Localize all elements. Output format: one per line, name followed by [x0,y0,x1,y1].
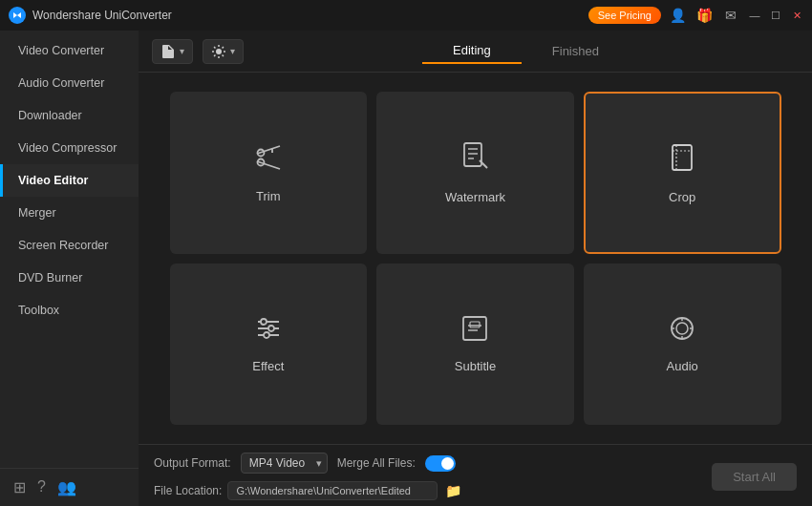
svg-point-15 [261,319,267,325]
sidebar: Video Converter Audio Converter Download… [0,31,139,506]
merge-all-files-label: Merge All Files: [337,456,416,470]
top-toolbar: ▾ ▾ Editing Finished [139,31,812,73]
file-location-path: G:\Wondershare\UniConverter\Edited [227,481,438,500]
svg-point-1 [216,49,222,54]
file-location-row: File Location: G:\Wondershare\UniConvert… [154,481,463,500]
main-layout: Video Converter Audio Converter Download… [0,31,812,506]
crop-icon [668,141,696,180]
output-format-label: Output Format: [154,456,231,470]
trim-icon [253,142,284,179]
svg-point-25 [676,323,688,334]
sidebar-item-video-converter[interactable]: Video Converter [0,34,139,67]
svg-rect-7 [464,143,481,166]
sidebar-item-screen-recorder[interactable]: Screen Recorder [0,229,139,262]
users-icon[interactable]: 👥 [57,478,76,496]
bottom-main-row: Output Format: MP4 Video Merge All Files… [154,453,797,500]
settings-chevron: ▾ [230,46,235,56]
sidebar-footer: ⊞ ? 👥 [0,468,139,506]
trim-label: Trim [256,189,281,203]
sidebar-item-dvd-burner[interactable]: DVD Burner [0,262,139,294]
svg-point-24 [672,318,693,339]
sidebar-item-video-compressor[interactable]: Video Compressor [0,132,139,164]
app-logo [8,6,27,25]
start-all-button[interactable]: Start All [712,463,797,491]
browse-folder-button[interactable]: 📁 [443,481,463,500]
sidebar-item-toolbox[interactable]: Toolbox [0,294,139,327]
see-pricing-button[interactable]: See Pricing [588,7,661,24]
title-bar: Wondershare UniConverter See Pricing 👤 🎁… [0,0,812,31]
minimize-button[interactable]: — [747,8,762,23]
merge-all-files-toggle[interactable] [425,455,456,472]
effect-label: Effect [252,359,284,373]
user-icon[interactable]: 👤 [667,5,688,26]
help-icon[interactable]: ? [37,478,46,496]
grid-icon[interactable]: ⊞ [13,478,26,496]
file-location-label: File Location: [154,484,222,497]
output-format-select[interactable]: MP4 Video [241,453,328,474]
watermark-icon [460,141,489,180]
tab-finished[interactable]: Finished [522,39,630,63]
audio-icon [668,314,696,349]
close-button[interactable]: ✕ [789,8,804,23]
tab-strip: Editing Finished [253,38,799,64]
svg-rect-11 [673,145,692,170]
add-files-button[interactable]: ▾ [152,39,193,64]
svg-point-17 [268,326,274,331]
editor-grid: Trim Watermark [151,73,801,444]
audio-card[interactable]: Audio [584,264,781,426]
subtitle-label: Subtitle [455,359,496,373]
tab-editing[interactable]: Editing [422,38,522,64]
output-format-row: Output Format: MP4 Video Merge All Files… [154,453,463,474]
app-title: Wondershare UniConverter [32,9,588,22]
bottom-left: Output Format: MP4 Video Merge All Files… [154,453,463,500]
mail-icon[interactable]: ✉ [720,5,741,26]
sidebar-item-audio-converter[interactable]: Audio Converter [0,67,139,99]
output-format-select-wrap[interactable]: MP4 Video [241,453,328,474]
sidebar-item-video-editor[interactable]: Video Editor [0,164,139,197]
trim-card[interactable]: Trim [170,92,368,254]
settings-icon [211,44,226,59]
gift-icon[interactable]: 🎁 [694,5,715,26]
svg-rect-23 [470,322,480,327]
subtitle-icon [460,314,489,349]
sidebar-item-merger[interactable]: Merger [0,197,139,229]
add-file-icon [160,44,176,59]
watermark-label: Watermark [445,190,505,204]
settings-button[interactable]: ▾ [203,39,244,64]
title-bar-controls: See Pricing 👤 🎁 ✉ — ☐ ✕ [588,5,804,26]
subtitle-card[interactable]: Subtitle [376,264,574,426]
add-files-chevron: ▾ [180,46,184,56]
svg-point-19 [264,332,269,338]
content-area: ▾ ▾ Editing Finished [139,31,812,506]
effect-card[interactable]: Effect [170,264,368,426]
svg-rect-20 [463,317,486,340]
watermark-card[interactable]: Watermark [376,92,574,254]
bottom-bar: Output Format: MP4 Video Merge All Files… [139,444,812,506]
audio-label: Audio [667,359,698,373]
maximize-button[interactable]: ☐ [768,8,783,23]
effect-icon [254,314,283,349]
crop-card[interactable]: Crop [584,92,781,254]
sidebar-item-downloader[interactable]: Downloader [0,99,139,132]
crop-label: Crop [669,190,695,204]
